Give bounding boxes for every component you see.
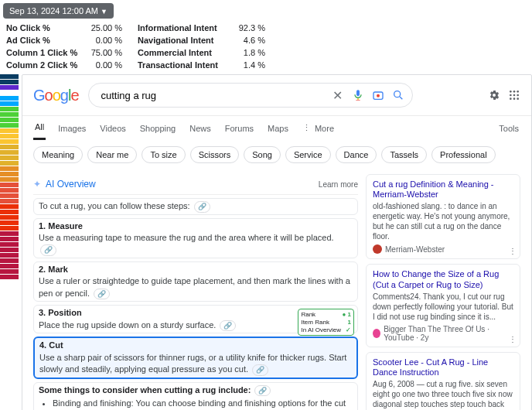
reference-card[interactable]: How to Change the Size of a Rug (Cut a C…: [366, 264, 520, 347]
apps-icon[interactable]: [508, 89, 520, 101]
ref-title: How to Change the Size of a Rug (Cut a C…: [373, 269, 513, 289]
chip-to-size[interactable]: To size: [142, 146, 185, 163]
search-input[interactable]: [97, 90, 332, 101]
chip-near-me[interactable]: Near me: [87, 146, 137, 163]
more-icon[interactable]: ⋮: [509, 247, 517, 255]
tab-maps[interactable]: Maps: [266, 118, 290, 139]
link-icon[interactable]: 🔗: [40, 244, 56, 256]
svg-point-6: [517, 91, 519, 93]
lens-icon[interactable]: [372, 89, 384, 101]
link-icon[interactable]: 🔗: [94, 289, 110, 300]
tab-videos[interactable]: Videos: [98, 118, 127, 139]
chip-tassels[interactable]: Tassels: [381, 146, 427, 163]
search-results-page: Google ✕ AllImagesVideosShoppingNewsForu…: [22, 74, 532, 410]
ai-overview-header: ✦AI Overview: [33, 179, 96, 190]
more-icon[interactable]: ⋮: [509, 335, 517, 343]
timestamp-badge[interactable]: Sep 13, 2024 12:00 AM ▼: [3, 3, 114, 19]
tab-images[interactable]: Images: [56, 118, 87, 139]
svg-point-4: [510, 91, 512, 93]
tab-news[interactable]: News: [188, 118, 213, 139]
ref-desc: old-fashioned slang. : to dance in an en…: [373, 201, 513, 241]
link-icon[interactable]: 🔗: [252, 364, 268, 376]
mic-icon[interactable]: [352, 89, 364, 101]
link-icon[interactable]: 🔗: [194, 201, 210, 213]
link-icon[interactable]: 🔗: [254, 385, 271, 397]
svg-point-5: [513, 91, 516, 93]
stat-value: 92.3 %: [230, 23, 265, 32]
rank-badge: Rank● 1Item Rank1In AI Overview✓: [298, 309, 354, 336]
stat-label: Commercial Intent: [138, 48, 230, 57]
search-icon[interactable]: [392, 89, 404, 101]
ai-step-2: 2. MarkUse a ruler or straightedge to gu…: [33, 261, 358, 302]
stat-label: Transactional Intent: [138, 60, 230, 70]
google-logo[interactable]: Google: [33, 87, 79, 104]
chip-dance[interactable]: Dance: [336, 146, 377, 163]
gear-icon[interactable]: [488, 89, 500, 101]
ai-step-3: Rank● 1Item Rank1In AI Overview✓3. Posit…: [33, 305, 358, 333]
stat-label: Informational Intent: [138, 23, 230, 32]
stat-value: 0.00 %: [84, 60, 122, 70]
tab-all[interactable]: All: [33, 116, 46, 140]
stat-label: No Click %: [6, 23, 84, 32]
ai-step-4: 4. CutUse a sharp pair of scissors for t…: [33, 337, 358, 378]
svg-point-9: [517, 94, 519, 97]
svg-point-11: [513, 97, 516, 100]
ref-desc: Comments24. Thank you, I cut our rug dow…: [373, 292, 513, 322]
stat-value: 25.00 %: [84, 23, 122, 32]
reference-card[interactable]: Cut a rug Definition & Meaning - Merriam…: [366, 174, 520, 259]
ref-source: Bigger Than The Three Of Us · YouTube · …: [373, 325, 513, 342]
tab-shopping[interactable]: Shopping: [138, 118, 178, 139]
svg-point-8: [513, 94, 516, 97]
svg-point-12: [517, 97, 519, 100]
stat-value: 0.00 %: [84, 36, 122, 45]
ref-desc: Aug 6, 2008 — cut a rug five. six seven …: [373, 379, 513, 410]
consider-bullet: Binding and finishing: You can choose bi…: [53, 398, 353, 410]
stat-label: Column 1 Click %: [6, 48, 84, 57]
ai-step-1: 1. MeasureUse a measuring tape to measur…: [33, 218, 358, 258]
ref-title: Scooter Lee - Cut A Rug - Line Dance Ins…: [373, 357, 513, 378]
stat-label: Navigational Intent: [138, 36, 230, 45]
search-box[interactable]: ✕: [88, 83, 413, 108]
stat-value: 4.6 %: [230, 36, 265, 45]
chip-song[interactable]: Song: [244, 146, 281, 163]
chip-meaning[interactable]: Meaning: [33, 146, 83, 163]
clear-icon[interactable]: ✕: [332, 89, 344, 101]
chip-scissors[interactable]: Scissors: [190, 146, 240, 163]
svg-point-1: [377, 94, 380, 97]
ref-source: Merriam-Webster: [373, 244, 513, 254]
tools-button[interactable]: Tools: [497, 118, 520, 139]
sparkle-icon: ✦: [33, 179, 41, 190]
chip-professional[interactable]: Professional: [431, 146, 496, 163]
tab-more[interactable]: ⋮ More: [301, 117, 336, 139]
stat-value: 75.00 %: [84, 48, 122, 57]
tab-forums[interactable]: Forums: [223, 118, 255, 139]
ref-title: Cut a rug Definition & Meaning - Merriam…: [373, 179, 513, 200]
learn-more-link[interactable]: Learn more: [319, 180, 358, 189]
svg-line-3: [400, 97, 402, 99]
svg-point-10: [510, 97, 512, 100]
svg-point-2: [394, 91, 400, 97]
svg-point-7: [510, 94, 512, 97]
stat-value: 1.8 %: [230, 48, 265, 57]
stat-label: Ad Click %: [6, 36, 84, 45]
ranking-color-strip: [0, 74, 22, 410]
stat-value: 1.4 %: [230, 60, 265, 70]
ai-intro: To cut a rug, you can follow these steps…: [33, 198, 358, 215]
stat-label: Column 2 Click %: [6, 60, 84, 70]
ai-consider-box: Some things to consider when cutting a r…: [33, 382, 358, 410]
reference-card[interactable]: Scooter Lee - Cut A Rug - Line Dance Ins…: [366, 352, 520, 410]
link-icon[interactable]: 🔗: [220, 320, 236, 332]
chip-service[interactable]: Service: [285, 146, 331, 163]
